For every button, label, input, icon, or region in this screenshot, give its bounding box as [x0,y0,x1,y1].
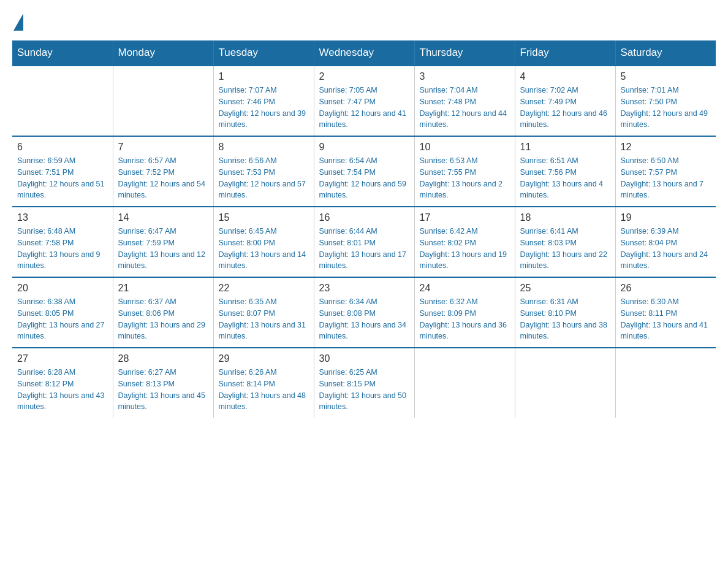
calendar-cell: 1Sunrise: 7:07 AMSunset: 7:46 PMDaylight… [213,66,314,136]
day-number: 18 [520,212,610,223]
calendar-cell: 11Sunrise: 6:51 AMSunset: 7:56 PMDayligh… [515,136,615,207]
calendar-week-row: 1Sunrise: 7:07 AMSunset: 7:46 PMDaylight… [12,66,716,136]
day-number: 5 [621,71,711,82]
calendar-cell: 26Sunrise: 6:30 AMSunset: 8:11 PMDayligh… [615,277,716,348]
calendar-cell [515,348,615,418]
calendar-cell: 21Sunrise: 6:37 AMSunset: 8:06 PMDayligh… [113,277,213,348]
day-info: Sunrise: 6:30 AMSunset: 8:11 PMDaylight:… [621,296,711,342]
calendar-week-row: 13Sunrise: 6:48 AMSunset: 7:58 PMDayligh… [12,207,716,277]
day-info: Sunrise: 6:32 AMSunset: 8:09 PMDaylight:… [420,296,510,342]
calendar-cell: 10Sunrise: 6:53 AMSunset: 7:55 PMDayligh… [414,136,515,207]
calendar-cell: 3Sunrise: 7:04 AMSunset: 7:48 PMDaylight… [414,66,515,136]
day-number: 15 [219,212,309,223]
day-number: 2 [319,71,409,82]
calendar-cell: 17Sunrise: 6:42 AMSunset: 8:02 PMDayligh… [414,207,515,277]
calendar-cell: 27Sunrise: 6:28 AMSunset: 8:12 PMDayligh… [12,348,113,418]
weekday-header-thursday: Thursday [414,40,515,66]
calendar-cell: 9Sunrise: 6:54 AMSunset: 7:54 PMDaylight… [314,136,414,207]
weekday-header-saturday: Saturday [615,40,716,66]
calendar-header-row: SundayMondayTuesdayWednesdayThursdayFrid… [12,40,716,66]
weekday-header-friday: Friday [515,40,615,66]
calendar-cell: 5Sunrise: 7:01 AMSunset: 7:50 PMDaylight… [615,66,716,136]
day-info: Sunrise: 6:31 AMSunset: 8:10 PMDaylight:… [520,296,610,342]
calendar-cell: 4Sunrise: 7:02 AMSunset: 7:49 PMDaylight… [515,66,615,136]
calendar-cell: 7Sunrise: 6:57 AMSunset: 7:52 PMDaylight… [113,136,213,207]
calendar-cell: 28Sunrise: 6:27 AMSunset: 8:13 PMDayligh… [113,348,213,418]
weekday-header-monday: Monday [113,40,213,66]
calendar-cell: 16Sunrise: 6:44 AMSunset: 8:01 PMDayligh… [314,207,414,277]
day-info: Sunrise: 7:05 AMSunset: 7:47 PMDaylight:… [319,85,409,131]
calendar-cell: 14Sunrise: 6:47 AMSunset: 7:59 PMDayligh… [113,207,213,277]
day-number: 1 [219,71,309,82]
day-info: Sunrise: 6:39 AMSunset: 8:04 PMDaylight:… [621,226,711,272]
day-number: 26 [621,283,711,294]
calendar-cell: 18Sunrise: 6:41 AMSunset: 8:03 PMDayligh… [515,207,615,277]
day-info: Sunrise: 6:44 AMSunset: 8:01 PMDaylight:… [319,226,409,272]
day-number: 29 [219,353,309,364]
calendar-cell: 13Sunrise: 6:48 AMSunset: 7:58 PMDayligh… [12,207,113,277]
day-info: Sunrise: 6:25 AMSunset: 8:15 PMDaylight:… [319,367,409,413]
day-number: 6 [17,142,108,153]
day-info: Sunrise: 6:26 AMSunset: 8:14 PMDaylight:… [219,367,309,413]
day-number: 20 [17,283,108,294]
day-info: Sunrise: 6:56 AMSunset: 7:53 PMDaylight:… [219,155,309,201]
day-number: 17 [420,212,510,223]
calendar-cell: 6Sunrise: 6:59 AMSunset: 7:51 PMDaylight… [12,136,113,207]
day-number: 13 [17,212,108,223]
calendar-cell: 8Sunrise: 6:56 AMSunset: 7:53 PMDaylight… [213,136,314,207]
calendar-week-row: 20Sunrise: 6:38 AMSunset: 8:05 PMDayligh… [12,277,716,348]
day-info: Sunrise: 6:35 AMSunset: 8:07 PMDaylight:… [219,296,309,342]
day-number: 4 [520,71,610,82]
calendar-cell: 23Sunrise: 6:34 AMSunset: 8:08 PMDayligh… [314,277,414,348]
day-info: Sunrise: 6:50 AMSunset: 7:57 PMDaylight:… [621,155,711,201]
day-info: Sunrise: 7:04 AMSunset: 7:48 PMDaylight:… [420,85,510,131]
calendar-cell: 24Sunrise: 6:32 AMSunset: 8:09 PMDayligh… [414,277,515,348]
day-info: Sunrise: 6:34 AMSunset: 8:08 PMDaylight:… [319,296,409,342]
calendar-week-row: 27Sunrise: 6:28 AMSunset: 8:12 PMDayligh… [12,348,716,418]
day-info: Sunrise: 6:38 AMSunset: 8:05 PMDaylight:… [17,296,108,342]
day-number: 25 [520,283,610,294]
weekday-header-tuesday: Tuesday [213,40,314,66]
day-number: 8 [219,142,309,153]
calendar-table: SundayMondayTuesdayWednesdayThursdayFrid… [12,40,716,418]
calendar-cell: 12Sunrise: 6:50 AMSunset: 7:57 PMDayligh… [615,136,716,207]
day-info: Sunrise: 6:42 AMSunset: 8:02 PMDaylight:… [420,226,510,272]
calendar-cell [615,348,716,418]
day-number: 9 [319,142,409,153]
day-number: 14 [118,212,208,223]
day-number: 10 [420,142,510,153]
day-number: 28 [118,353,208,364]
day-info: Sunrise: 6:54 AMSunset: 7:54 PMDaylight:… [319,155,409,201]
day-number: 30 [319,353,409,364]
day-info: Sunrise: 6:57 AMSunset: 7:52 PMDaylight:… [118,155,208,201]
day-info: Sunrise: 6:48 AMSunset: 7:58 PMDaylight:… [17,226,108,272]
day-number: 27 [17,353,108,364]
day-number: 24 [420,283,510,294]
weekday-header-wednesday: Wednesday [314,40,414,66]
day-info: Sunrise: 7:02 AMSunset: 7:49 PMDaylight:… [520,85,610,131]
calendar-cell [414,348,515,418]
day-number: 12 [621,142,711,153]
calendar-cell [113,66,213,136]
calendar-cell: 30Sunrise: 6:25 AMSunset: 8:15 PMDayligh… [314,348,414,418]
day-info: Sunrise: 6:41 AMSunset: 8:03 PMDaylight:… [520,226,610,272]
day-info: Sunrise: 6:47 AMSunset: 7:59 PMDaylight:… [118,226,208,272]
day-number: 7 [118,142,208,153]
day-info: Sunrise: 6:28 AMSunset: 8:12 PMDaylight:… [17,367,108,413]
weekday-header-sunday: Sunday [12,40,113,66]
logo [12,12,23,28]
calendar-cell: 25Sunrise: 6:31 AMSunset: 8:10 PMDayligh… [515,277,615,348]
calendar-week-row: 6Sunrise: 6:59 AMSunset: 7:51 PMDaylight… [12,136,716,207]
day-info: Sunrise: 6:27 AMSunset: 8:13 PMDaylight:… [118,367,208,413]
calendar-cell: 15Sunrise: 6:45 AMSunset: 8:00 PMDayligh… [213,207,314,277]
day-number: 3 [420,71,510,82]
day-info: Sunrise: 7:01 AMSunset: 7:50 PMDaylight:… [621,85,711,131]
calendar-cell: 19Sunrise: 6:39 AMSunset: 8:04 PMDayligh… [615,207,716,277]
calendar-cell: 29Sunrise: 6:26 AMSunset: 8:14 PMDayligh… [213,348,314,418]
day-info: Sunrise: 6:45 AMSunset: 8:00 PMDaylight:… [219,226,309,272]
day-number: 11 [520,142,610,153]
calendar-cell: 20Sunrise: 6:38 AMSunset: 8:05 PMDayligh… [12,277,113,348]
day-info: Sunrise: 6:51 AMSunset: 7:56 PMDaylight:… [520,155,610,201]
day-number: 22 [219,283,309,294]
day-number: 16 [319,212,409,223]
